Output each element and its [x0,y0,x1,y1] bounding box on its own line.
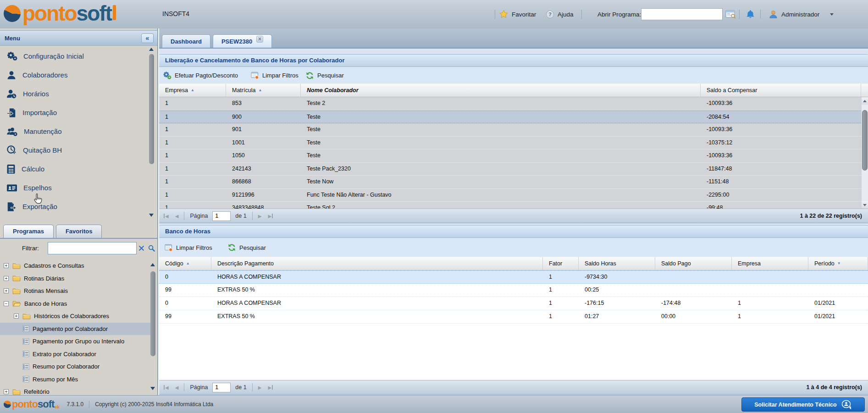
prev-page-button[interactable]: ◀ [175,214,179,219]
column-header-fator[interactable]: Fator [543,257,579,270]
filter-input[interactable] [48,242,137,254]
column-header-saldo-a-compensar[interactable]: Saldo a Compensar [701,84,861,97]
cell-empresa: 1 [159,123,226,136]
scrollbar-thumb[interactable] [150,271,155,356]
notifications-button[interactable] [746,0,755,28]
tree-item-resumo-por-mes[interactable]: Resumo por Mês [0,373,151,386]
scroll-up-button[interactable] [862,97,868,105]
column-header-nome-colaborador[interactable]: Nome Colaborador [301,84,701,97]
menu-item-manutencao[interactable]: Manutenção [0,122,147,141]
table-row[interactable]: 11050Teste-10093:36 [159,149,861,163]
scroll-up-icon[interactable] [149,48,154,51]
support-button[interactable]: Solicitar Atendimento Técnico [741,397,865,412]
column-header-descricao-pagamento[interactable]: Descrição Pagamento [211,257,543,270]
column-header-matricula[interactable]: Matrícula▲ [226,84,301,97]
table-row[interactable]: 0HORAS A COMPENSAR1-176:15-174:48101/202… [159,297,868,310]
tree-scrollbar[interactable] [150,262,156,394]
sidebar-collapse-button[interactable]: « [141,33,154,43]
tree-item-resumo-por-colaborador[interactable]: Resumo por Colaborador [0,360,151,373]
tree-item-refeitorio[interactable]: +Refeitório [0,385,151,395]
last-page-button[interactable]: ▶ [268,385,273,390]
toolbar-button-efetuar-pagto-desconto[interactable]: Efetuar Pagto/Desconto [163,67,238,83]
table-row[interactable]: 1901Teste-10093:36 [159,123,861,137]
menu-item-quitacao-bh[interactable]: Quitação BH [0,141,147,160]
menu-item-horarios[interactable]: Horários [0,84,147,103]
user-menu[interactable]: Administrador [768,0,834,28]
menu-item-label: Quitação BH [23,146,62,154]
tree-item-pagamento-por-grupo-ou-intervalo[interactable]: Pagamento por Grupo ou Intervalo [0,335,151,348]
tree-item-pagamento-por-colaborador[interactable]: Pagamento por Colaborador [0,323,151,336]
menu-item-colaboradores[interactable]: Colaboradores [0,66,147,84]
toolbar-button-pesquisar[interactable]: Pesquisar [227,238,266,257]
menu-item-espelhos[interactable]: Espelhos [0,178,147,197]
scroll-up-icon[interactable] [150,263,155,266]
table-row[interactable]: 99EXTRAS 50 %100:25 [159,284,868,297]
sidebar-tab-favoritos[interactable]: Favoritos [56,225,102,238]
scrollbar-thumb[interactable] [862,110,868,171]
scrollbar-thumb[interactable] [149,54,154,164]
menu-item-calculo[interactable]: Cálculo [0,160,147,178]
table-row[interactable]: 13483348848Teste Sql 2-99:48 [159,202,861,209]
table-row[interactable]: 0HORAS A COMPENSAR1-9734:30 [159,270,868,284]
column-header-empresa[interactable]: Empresa [732,257,808,270]
first-page-button[interactable]: ◀ [164,214,169,219]
column-header-empresa[interactable]: Empresa▲ [159,84,226,97]
main-tab-psew2380[interactable]: PSEW2380× [213,34,272,48]
tree-item-banco-de-horas[interactable]: −Banco de Horas [0,297,151,310]
page-input[interactable] [212,383,231,392]
toolbar-button-limpar-filtros[interactable]: Limpar Filtros [165,238,212,257]
help-button[interactable]: ? Ajuda [546,0,574,28]
tree-item-historicos-de-colaboradores[interactable]: +Históricos de Colaboradores [0,310,151,323]
menu-item-label: Configuração Inicial [23,52,84,60]
first-page-button[interactable]: ◀ [164,385,169,390]
column-header-codigo[interactable]: Código▲ [159,257,211,270]
filter-search-button[interactable] [146,243,156,253]
scroll-down-icon[interactable] [150,387,155,390]
logo-accent-bar [113,5,116,20]
scroll-down-icon[interactable] [149,214,154,217]
main-tab-dashboard[interactable]: Dashboard [162,34,210,48]
next-page-button[interactable]: ▶ [258,214,262,219]
expander-plus-icon[interactable]: + [4,288,9,293]
program-lookup-button[interactable] [725,0,736,28]
next-page-button[interactable]: ▶ [258,385,262,390]
table-row[interactable]: 1866868Teste Now-1151:48 [159,176,861,189]
toolbar-button-limpar-filtros[interactable]: Limpar Filtros [251,67,299,83]
tree-item-cadastros-e-consultas[interactable]: +Cadastros e Consultas [0,259,151,272]
column-header-periodo[interactable]: Período▼ [808,257,868,270]
table-row[interactable]: 19121996Func Teste Não Alterar - Gustavo… [159,189,861,202]
toolbar-button-pesquisar[interactable]: Pesquisar [305,67,344,83]
expander-plus-icon[interactable]: + [4,276,9,281]
open-program-input[interactable] [641,8,723,20]
table-row[interactable]: 1900Teste-2084:54 [159,110,861,124]
table-row[interactable]: 1853Teste 2-10093:36 [159,97,861,110]
page-label: Página [190,384,208,391]
table-row[interactable]: 99EXTRAS 50 %101:2700:00101/2021 [159,310,868,324]
last-page-button[interactable]: ▶ [268,214,273,219]
menu-scrollbar[interactable] [149,48,155,218]
menu-item-exportacao[interactable]: Exportação [0,197,147,216]
table-row[interactable]: 11001Teste-10375:12 [159,137,861,150]
column-header-saldo-pago[interactable]: Saldo Pago [655,257,732,270]
menu-item-importacao[interactable]: Importação [0,103,147,122]
table-row[interactable]: 1242143Teste Pack_2320-11847:48 [159,163,861,176]
page-input[interactable] [212,211,231,221]
scroll-down-button[interactable] [862,201,868,209]
grid1-scrollbar[interactable] [861,97,868,209]
prev-page-button[interactable]: ◀ [175,385,179,390]
tree-item-rotinas-mensais[interactable]: +Rotinas Mensais [0,285,151,297]
close-icon[interactable]: × [256,36,263,43]
column-header-saldo-horas[interactable]: Saldo Horas [579,257,655,270]
tree-item-extrato-por-colaborador[interactable]: Extrato por Colaborador [0,348,151,361]
filter-clear-button[interactable] [136,243,146,253]
tree-item-rotinas-diarias[interactable]: +Rotinas Diárias [0,272,151,285]
expander-plus-icon[interactable]: + [14,314,19,319]
sidebar-tab-programas[interactable]: Programas [3,225,54,238]
expander-plus-icon[interactable]: + [4,389,9,394]
menu-item-configuracao-inicial[interactable]: Configuração Inicial [0,47,147,66]
expander-plus-icon[interactable]: + [4,263,9,268]
tree-item-label: Rotinas Diárias [24,275,64,282]
favorite-button[interactable]: Favoritar [499,0,536,28]
expander-minus-icon[interactable]: − [4,301,9,306]
open-program-label: Abrir Programa: [597,0,641,28]
